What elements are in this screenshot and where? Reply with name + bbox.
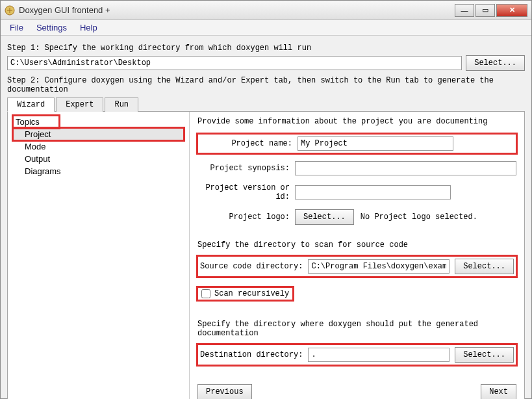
topic-mode[interactable]: Mode xyxy=(13,140,184,153)
step1-label: Step 1: Specify the working directory fr… xyxy=(7,44,525,53)
tab-run[interactable]: Run xyxy=(105,97,138,112)
window-title: Doxygen GUI frontend + xyxy=(19,5,455,15)
working-dir-select-button[interactable]: Select... xyxy=(466,55,525,71)
synopsis-label: Project synopsis: xyxy=(197,164,295,173)
topics-header: Topics xyxy=(13,116,59,128)
menu-file[interactable]: File xyxy=(3,21,30,34)
main-panel: Provide some information about the proje… xyxy=(190,112,524,399)
logo-label: Project logo: xyxy=(197,212,295,222)
project-name-label: Project name: xyxy=(200,139,298,148)
version-label: Project version or id: xyxy=(197,183,295,201)
close-button[interactable]: ✕ xyxy=(496,4,527,17)
destdir-label: Destination directory: xyxy=(200,350,303,359)
destdir-select-button[interactable]: Select... xyxy=(455,347,514,363)
menu-help[interactable]: Help xyxy=(73,21,104,34)
project-name-input[interactable] xyxy=(298,136,453,151)
scan-recursive-label: Scan recursively xyxy=(214,289,289,298)
synopsis-input[interactable] xyxy=(295,161,516,175)
topic-output[interactable]: Output xyxy=(13,153,184,165)
source-section-label: Specify the directory to scan for source… xyxy=(197,240,516,250)
working-dir-input[interactable] xyxy=(7,56,462,70)
tab-expert[interactable]: Expert xyxy=(56,97,103,112)
app-icon xyxy=(5,5,15,16)
srcdir-label: Source code directory: xyxy=(200,262,303,271)
maximize-button[interactable]: ▭ xyxy=(475,4,495,17)
menubar: File Settings Help xyxy=(1,20,531,36)
step2-label: Step 2: Configure doxygen using the Wiza… xyxy=(7,76,525,94)
srcdir-select-button[interactable]: Select... xyxy=(455,259,514,274)
window-controls: — ▭ ✕ xyxy=(455,4,527,17)
topic-diagrams[interactable]: Diagrams xyxy=(13,165,184,177)
menu-settings[interactable]: Settings xyxy=(30,21,73,34)
next-button[interactable]: Next xyxy=(481,384,516,399)
logo-status: No Project logo selected. xyxy=(361,212,477,222)
titlebar: Doxygen GUI frontend + — ▭ ✕ xyxy=(1,1,531,20)
destdir-input[interactable] xyxy=(308,348,450,362)
tabs: Wizard Expert Run xyxy=(7,97,525,112)
minimize-button[interactable]: — xyxy=(455,4,474,17)
scan-recursive-checkbox[interactable] xyxy=(201,289,210,298)
content: Step 1: Specify the working directory fr… xyxy=(1,36,531,399)
intro-label: Provide some information about the proje… xyxy=(197,117,516,126)
previous-button[interactable]: Previous xyxy=(197,384,252,399)
topics-sidebar: Topics Project Mode Output Diagrams xyxy=(8,112,190,399)
logo-select-button[interactable]: Select... xyxy=(295,209,354,225)
app-window: Doxygen GUI frontend + — ▭ ✕ File Settin… xyxy=(0,0,532,399)
dest-section-label: Specify the directory where doxygen shou… xyxy=(197,320,516,338)
wizard-pane: Topics Project Mode Output Diagrams Prov… xyxy=(7,112,525,399)
tab-wizard[interactable]: Wizard xyxy=(7,97,55,112)
srcdir-input[interactable] xyxy=(308,259,450,274)
topic-project[interactable]: Project xyxy=(13,128,184,140)
version-input[interactable] xyxy=(295,185,451,200)
